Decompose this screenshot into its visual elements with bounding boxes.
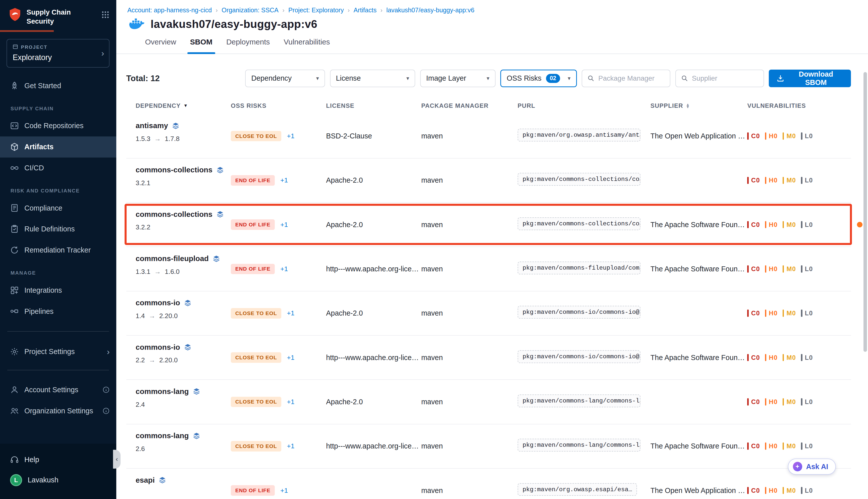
project-label: PROJECT — [21, 45, 48, 50]
purl-value[interactable]: pkg:maven/commons-collections/co… — [518, 173, 641, 186]
sidebar-item-organization-settings[interactable]: Organization Settings — [0, 400, 116, 421]
tab-sbom[interactable]: SBOM — [190, 38, 212, 53]
vertical-scrollbar[interactable] — [864, 72, 867, 352]
filter-dropdown-oss-risks[interactable]: OSS Risks02▾ — [500, 70, 576, 87]
severity-count: M0 — [786, 354, 796, 361]
purl-value[interactable]: pkg:maven/org.owasp.antisamy/ant… — [518, 129, 641, 142]
breadcrumb-link[interactable]: lavakush07/easy-buggy-app:v6 — [386, 7, 474, 14]
search-input-package-manager[interactable] — [598, 74, 665, 82]
project-selector[interactable]: PROJECT Exploratory › — [7, 39, 110, 67]
filter-dropdown-dependency[interactable]: Dependency▾ — [245, 70, 325, 87]
sidebar-collapse-handle[interactable]: ‹ — [113, 450, 121, 468]
table-row[interactable]: commons-collections3.2.2END OF LIFE+1Apa… — [126, 203, 851, 247]
filter-dropdown-license[interactable]: License▾ — [330, 70, 415, 87]
sidebar-section-title: MANAGE — [0, 260, 116, 280]
sbom-table: DEPENDENCY▼OSS RISKSLICENSEPACKAGE MANAG… — [116, 102, 868, 499]
oss-risk-more-link[interactable]: +1 — [280, 177, 288, 184]
purl-value[interactable]: pkg:maven/commons-lang/commons-l… — [518, 439, 641, 451]
sidebar-item-remediation-tracker[interactable]: Remediation Tracker — [0, 240, 116, 261]
version-current: 2.2 — [136, 356, 145, 364]
column-header-purl[interactable]: PURL — [518, 102, 650, 109]
sidebar-item-artifacts[interactable]: Artifacts — [0, 136, 116, 158]
table-row[interactable]: commons-io2.2→2.20.0CLOSE TO EOL+1http--… — [126, 336, 851, 380]
chevron-down-icon: ▾ — [316, 75, 319, 82]
tab-overview[interactable]: Overview — [145, 38, 176, 53]
oss-risk-more-link[interactable]: +1 — [287, 309, 294, 317]
breadcrumb-link[interactable]: Organization: SSCA — [222, 7, 278, 14]
tab-vulnerabilities[interactable]: Vulnerabilities — [284, 38, 330, 53]
search-input-supplier[interactable] — [692, 74, 758, 82]
table-row[interactable]: commons-lang2.6CLOSE TO EOL+1http---www.… — [126, 424, 851, 468]
severity-count: C0 — [751, 265, 760, 272]
purl-value[interactable]: pkg:maven/commons-collections/co… — [518, 217, 641, 230]
ask-ai-button[interactable]: Ask AI — [788, 459, 836, 475]
severity-bar — [765, 265, 767, 272]
purl-value[interactable]: pkg:maven/commons-fileupload/com… — [518, 261, 641, 275]
sidebar-item-ci-cd[interactable]: CI/CD — [0, 158, 116, 179]
vulnerabilities-cell: C0H0M0L0 — [747, 132, 851, 140]
purl-value[interactable]: pkg:maven/org.owasp.esapi/esa… — [518, 483, 637, 496]
breadcrumb-link[interactable]: Account: app-harness-ng-cicd — [127, 7, 212, 14]
module-switcher-icon[interactable] — [101, 7, 110, 21]
column-header-license[interactable]: LICENSE — [326, 102, 421, 109]
sidebar-item-get-started[interactable]: Get Started — [0, 75, 116, 96]
oss-risk-more-link[interactable]: +1 — [287, 442, 294, 450]
chevron-right-icon: › — [101, 48, 104, 58]
sidebar-item-rule-definitions[interactable]: Rule Definitions — [0, 219, 116, 240]
version-target: 2.20.0 — [159, 312, 178, 320]
purl-cell: pkg:maven/commons-fileupload/com… — [518, 261, 650, 276]
dependency-versions: 2.2→2.20.0 — [136, 356, 231, 364]
filter-dropdown-image-layer[interactable]: Image Layer▾ — [420, 70, 496, 87]
column-header-supplier[interactable]: SUPPLIER▲▼ — [650, 102, 747, 109]
sidebar-item-project-settings[interactable]: Project Settings › — [0, 341, 116, 362]
vuln-count-high: H0 — [765, 398, 778, 405]
dependency-cell: commons-fileupload1.3.1→1.6.0 — [136, 247, 231, 276]
oss-risk-more-link[interactable]: +1 — [280, 487, 288, 495]
oss-risk-more-link[interactable]: +1 — [287, 354, 294, 362]
purl-value[interactable]: pkg:maven/commons-io/commons-io@… — [518, 350, 641, 363]
sidebar-item-compliance[interactable]: Compliance — [0, 197, 116, 219]
sidebar-footer: Help L Lavakush — [0, 444, 116, 499]
oss-risk-more-link[interactable]: +1 — [280, 221, 288, 229]
severity-count: C0 — [751, 177, 760, 184]
vuln-count-critical: C0 — [747, 354, 760, 361]
supplier-cell: The Apache Software Foun… — [650, 221, 747, 229]
oss-risk-more-link[interactable]: +1 — [287, 132, 294, 140]
breadcrumb-link[interactable]: Artifacts — [354, 7, 376, 14]
dependency-versions: 1.5.3→1.7.8 — [136, 135, 231, 143]
table-row[interactable]: esapiEND OF LIFE+1mavenpkg:maven/org.owa… — [126, 468, 851, 499]
purl-value[interactable]: pkg:maven/commons-lang/commons-l… — [518, 394, 641, 407]
tab-deployments[interactable]: Deployments — [226, 38, 270, 53]
column-header-dependency[interactable]: DEPENDENCY▼ — [136, 102, 231, 109]
severity-bar — [801, 265, 803, 272]
oss-risk-more-link[interactable]: +1 — [287, 398, 294, 406]
table-row[interactable]: commons-fileupload1.3.1→1.6.0END OF LIFE… — [126, 247, 851, 291]
download-sbom-button[interactable]: Download SBOM — [769, 70, 851, 87]
severity-bar — [783, 265, 784, 272]
purl-value[interactable]: pkg:maven/commons-io/commons-io@… — [518, 306, 641, 319]
sidebar-item-account-settings[interactable]: Account Settings — [0, 379, 116, 401]
help-button[interactable]: Help — [0, 450, 116, 469]
user-menu[interactable]: L Lavakush — [0, 469, 116, 491]
table-row[interactable]: antisamy1.5.3→1.7.8CLOSE TO EOL+1BSD-2-C… — [126, 114, 851, 158]
dependency-name: commons-fileupload — [136, 254, 231, 263]
column-header-package-manager[interactable]: PACKAGE MANAGER — [421, 102, 518, 109]
oss-risk-more-link[interactable]: +1 — [280, 265, 288, 273]
user-name: Lavakush — [28, 476, 59, 484]
column-header-oss-risks[interactable]: OSS RISKS — [231, 102, 326, 109]
severity-count: C0 — [751, 398, 760, 405]
oss-risk-cell: CLOSE TO EOL+1 — [231, 308, 326, 319]
table-row[interactable]: commons-io1.4→2.20.0CLOSE TO EOL+1Apache… — [126, 291, 851, 336]
sidebar-item-code-repositories[interactable]: Code Repositories — [0, 115, 116, 136]
integrations-icon — [10, 286, 19, 295]
table-row[interactable]: commons-collections3.2.1END OF LIFE+1Apa… — [126, 159, 851, 203]
table-row[interactable]: commons-lang2.4CLOSE TO EOL+1Apache-2.0m… — [126, 380, 851, 424]
severity-bar — [801, 177, 803, 184]
breadcrumb-link[interactable]: Project: Exploratory — [288, 7, 344, 14]
sidebar-item-integrations[interactable]: Integrations — [0, 280, 116, 301]
column-header-vulnerabilities[interactable]: VULNERABILITIES — [747, 102, 851, 109]
sidebar-item-pipelines[interactable]: Pipelines — [0, 301, 116, 322]
sidebar-item-label: Get Started — [24, 82, 61, 90]
vuln-count-critical: C0 — [747, 132, 760, 140]
vuln-count-medium: M0 — [783, 309, 796, 317]
